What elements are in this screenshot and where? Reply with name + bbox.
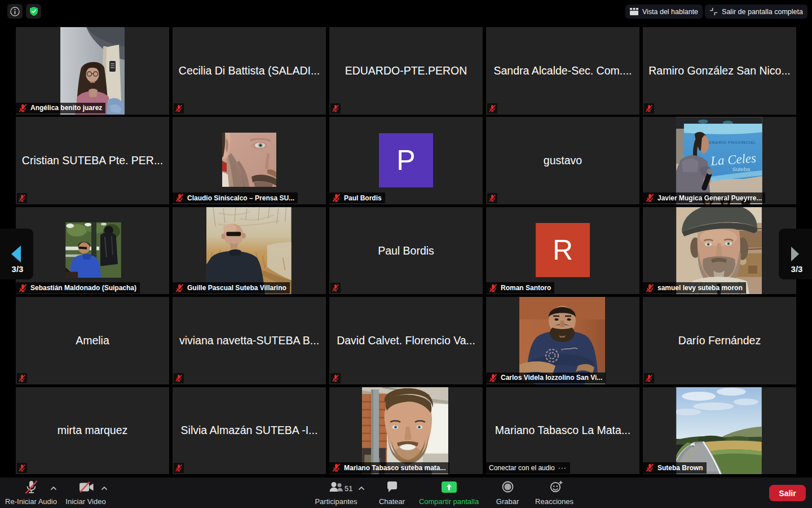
svg-text:PLENARIO PROVINCIAL: PLENARIO PROVINCIAL	[703, 140, 756, 145]
svg-text:Suteba: Suteba	[732, 166, 751, 172]
